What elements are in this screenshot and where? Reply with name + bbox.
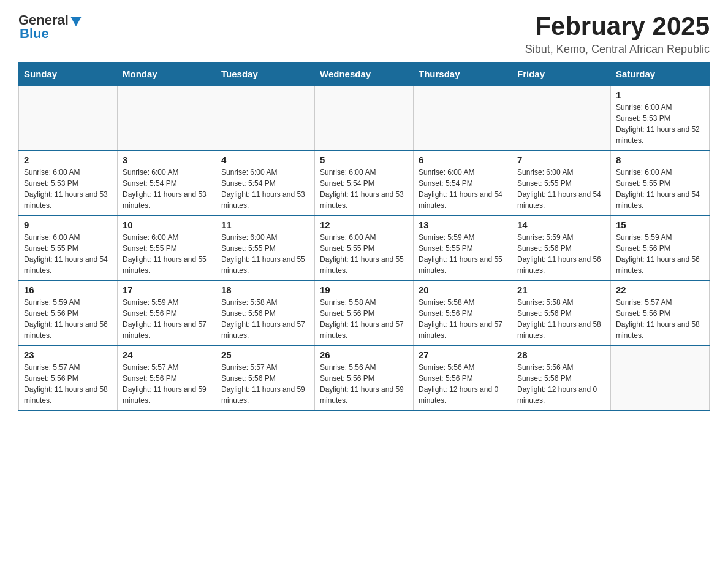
calendar-cell: 17Sunrise: 5:59 AMSunset: 5:56 PMDayligh… bbox=[118, 280, 216, 345]
calendar-cell: 6Sunrise: 6:00 AMSunset: 5:54 PMDaylight… bbox=[414, 150, 512, 215]
calendar-cell: 19Sunrise: 5:58 AMSunset: 5:56 PMDayligh… bbox=[315, 280, 414, 345]
calendar-cell: 5Sunrise: 6:00 AMSunset: 5:54 PMDaylight… bbox=[315, 150, 414, 215]
day-number: 11 bbox=[221, 220, 309, 230]
day-number: 5 bbox=[320, 155, 408, 165]
day-of-week-header: Wednesday bbox=[315, 63, 414, 86]
day-info: Sunrise: 5:56 AMSunset: 5:56 PMDaylight:… bbox=[517, 362, 605, 406]
day-number: 24 bbox=[123, 350, 211, 360]
day-of-week-header: Sunday bbox=[19, 63, 118, 86]
day-info: Sunrise: 6:00 AMSunset: 5:55 PMDaylight:… bbox=[221, 232, 309, 276]
calendar-cell: 15Sunrise: 5:59 AMSunset: 5:56 PMDayligh… bbox=[611, 215, 710, 280]
day-info: Sunrise: 5:58 AMSunset: 5:56 PMDaylight:… bbox=[517, 297, 605, 341]
calendar-cell bbox=[611, 345, 710, 410]
day-number: 9 bbox=[24, 220, 112, 230]
calendar-cell bbox=[118, 86, 216, 151]
calendar-cell bbox=[315, 86, 414, 151]
calendar-cell bbox=[216, 86, 315, 151]
calendar-week-row: 2Sunrise: 6:00 AMSunset: 5:53 PMDaylight… bbox=[19, 150, 710, 215]
calendar-cell: 18Sunrise: 5:58 AMSunset: 5:56 PMDayligh… bbox=[216, 280, 315, 345]
calendar-week-row: 16Sunrise: 5:59 AMSunset: 5:56 PMDayligh… bbox=[19, 280, 710, 345]
calendar-cell: 12Sunrise: 6:00 AMSunset: 5:55 PMDayligh… bbox=[315, 215, 414, 280]
day-of-week-header: Tuesday bbox=[216, 63, 315, 86]
calendar-table: SundayMondayTuesdayWednesdayThursdayFrid… bbox=[18, 62, 710, 411]
calendar-subtitle: Sibut, Kemo, Central African Republic bbox=[525, 43, 710, 56]
day-number: 13 bbox=[419, 220, 507, 230]
day-number: 21 bbox=[517, 285, 605, 295]
day-number: 26 bbox=[320, 350, 408, 360]
calendar-cell: 8Sunrise: 6:00 AMSunset: 5:55 PMDaylight… bbox=[611, 150, 710, 215]
calendar-cell: 13Sunrise: 5:59 AMSunset: 5:55 PMDayligh… bbox=[414, 215, 512, 280]
svg-marker-0 bbox=[70, 17, 82, 26]
day-info: Sunrise: 5:59 AMSunset: 5:56 PMDaylight:… bbox=[123, 297, 211, 341]
day-number: 12 bbox=[320, 220, 408, 230]
day-number: 8 bbox=[616, 155, 704, 165]
calendar-cell: 9Sunrise: 6:00 AMSunset: 5:55 PMDaylight… bbox=[19, 215, 118, 280]
day-info: Sunrise: 5:57 AMSunset: 5:56 PMDaylight:… bbox=[616, 297, 704, 341]
day-number: 2 bbox=[24, 155, 112, 165]
day-info: Sunrise: 6:00 AMSunset: 5:55 PMDaylight:… bbox=[320, 232, 408, 276]
day-info: Sunrise: 5:59 AMSunset: 5:56 PMDaylight:… bbox=[24, 297, 112, 341]
day-number: 19 bbox=[320, 285, 408, 295]
logo-blue-text: Blue bbox=[20, 26, 49, 42]
day-info: Sunrise: 5:57 AMSunset: 5:56 PMDaylight:… bbox=[221, 362, 309, 406]
day-number: 17 bbox=[123, 285, 211, 295]
day-number: 14 bbox=[517, 220, 605, 230]
day-number: 10 bbox=[123, 220, 211, 230]
day-number: 25 bbox=[221, 350, 309, 360]
calendar-cell: 4Sunrise: 6:00 AMSunset: 5:54 PMDaylight… bbox=[216, 150, 315, 215]
day-number: 16 bbox=[24, 285, 112, 295]
calendar-header-row: SundayMondayTuesdayWednesdayThursdayFrid… bbox=[19, 63, 710, 86]
day-info: Sunrise: 6:00 AMSunset: 5:53 PMDaylight:… bbox=[616, 102, 704, 146]
calendar-week-row: 9Sunrise: 6:00 AMSunset: 5:55 PMDaylight… bbox=[19, 215, 710, 280]
logo-arrow-icon bbox=[70, 17, 82, 26]
day-number: 27 bbox=[419, 350, 507, 360]
calendar-cell: 20Sunrise: 5:58 AMSunset: 5:56 PMDayligh… bbox=[414, 280, 512, 345]
day-info: Sunrise: 5:56 AMSunset: 5:56 PMDaylight:… bbox=[419, 362, 507, 406]
calendar-cell: 22Sunrise: 5:57 AMSunset: 5:56 PMDayligh… bbox=[611, 280, 710, 345]
calendar-cell: 11Sunrise: 6:00 AMSunset: 5:55 PMDayligh… bbox=[216, 215, 315, 280]
day-number: 22 bbox=[616, 285, 704, 295]
calendar-cell: 24Sunrise: 5:57 AMSunset: 5:56 PMDayligh… bbox=[118, 345, 216, 410]
day-of-week-header: Monday bbox=[118, 63, 216, 86]
calendar-cell: 21Sunrise: 5:58 AMSunset: 5:56 PMDayligh… bbox=[512, 280, 611, 345]
day-number: 23 bbox=[24, 350, 112, 360]
day-info: Sunrise: 6:00 AMSunset: 5:53 PMDaylight:… bbox=[24, 167, 112, 211]
day-info: Sunrise: 5:58 AMSunset: 5:56 PMDaylight:… bbox=[221, 297, 309, 341]
calendar-cell: 28Sunrise: 5:56 AMSunset: 5:56 PMDayligh… bbox=[512, 345, 611, 410]
day-info: Sunrise: 5:56 AMSunset: 5:56 PMDaylight:… bbox=[320, 362, 408, 406]
calendar-cell: 16Sunrise: 5:59 AMSunset: 5:56 PMDayligh… bbox=[19, 280, 118, 345]
day-number: 28 bbox=[517, 350, 605, 360]
calendar-cell: 23Sunrise: 5:57 AMSunset: 5:56 PMDayligh… bbox=[19, 345, 118, 410]
calendar-week-row: 1Sunrise: 6:00 AMSunset: 5:53 PMDaylight… bbox=[19, 86, 710, 151]
day-info: Sunrise: 5:57 AMSunset: 5:56 PMDaylight:… bbox=[123, 362, 211, 406]
day-number: 18 bbox=[221, 285, 309, 295]
day-info: Sunrise: 6:00 AMSunset: 5:55 PMDaylight:… bbox=[517, 167, 605, 211]
day-info: Sunrise: 5:59 AMSunset: 5:56 PMDaylight:… bbox=[616, 232, 704, 276]
day-info: Sunrise: 5:59 AMSunset: 5:56 PMDaylight:… bbox=[517, 232, 605, 276]
day-info: Sunrise: 6:00 AMSunset: 5:55 PMDaylight:… bbox=[24, 232, 112, 276]
day-number: 15 bbox=[616, 220, 704, 230]
calendar-title: February 2025 bbox=[525, 12, 710, 40]
day-info: Sunrise: 6:00 AMSunset: 5:54 PMDaylight:… bbox=[221, 167, 309, 211]
day-info: Sunrise: 5:58 AMSunset: 5:56 PMDaylight:… bbox=[419, 297, 507, 341]
calendar-cell: 3Sunrise: 6:00 AMSunset: 5:54 PMDaylight… bbox=[118, 150, 216, 215]
day-info: Sunrise: 6:00 AMSunset: 5:54 PMDaylight:… bbox=[320, 167, 408, 211]
day-of-week-header: Thursday bbox=[414, 63, 512, 86]
calendar-cell: 25Sunrise: 5:57 AMSunset: 5:56 PMDayligh… bbox=[216, 345, 315, 410]
calendar-cell: 10Sunrise: 6:00 AMSunset: 5:55 PMDayligh… bbox=[118, 215, 216, 280]
day-number: 3 bbox=[123, 155, 211, 165]
day-number: 1 bbox=[616, 90, 704, 100]
day-info: Sunrise: 5:58 AMSunset: 5:56 PMDaylight:… bbox=[320, 297, 408, 341]
calendar-cell: 1Sunrise: 6:00 AMSunset: 5:53 PMDaylight… bbox=[611, 86, 710, 151]
calendar-cell bbox=[512, 86, 611, 151]
calendar-week-row: 23Sunrise: 5:57 AMSunset: 5:56 PMDayligh… bbox=[19, 345, 710, 410]
day-number: 7 bbox=[517, 155, 605, 165]
calendar-cell bbox=[19, 86, 118, 151]
day-number: 4 bbox=[221, 155, 309, 165]
day-info: Sunrise: 5:59 AMSunset: 5:55 PMDaylight:… bbox=[419, 232, 507, 276]
day-number: 20 bbox=[419, 285, 507, 295]
day-of-week-header: Saturday bbox=[611, 63, 710, 86]
day-info: Sunrise: 6:00 AMSunset: 5:54 PMDaylight:… bbox=[123, 167, 211, 211]
calendar-cell: 26Sunrise: 5:56 AMSunset: 5:56 PMDayligh… bbox=[315, 345, 414, 410]
calendar-cell: 2Sunrise: 6:00 AMSunset: 5:53 PMDaylight… bbox=[19, 150, 118, 215]
